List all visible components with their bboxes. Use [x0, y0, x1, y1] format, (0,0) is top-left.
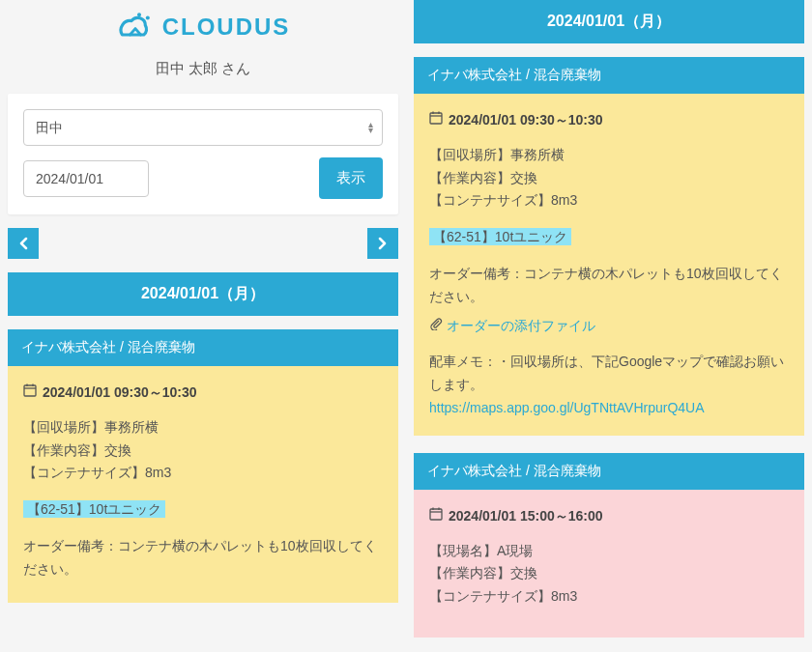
vehicle-tag: 【62-51】10tユニック — [23, 500, 165, 518]
logo-text: CLOUDUS — [162, 14, 291, 41]
job-card: イナバ株式会社 / 混合廃棄物 2024/01/01 09:30～10:30 【… — [8, 329, 398, 603]
date-header: 2024/01/01（月） — [8, 272, 398, 316]
job-title: イナバ株式会社 / 混合廃棄物 — [414, 453, 804, 490]
dispatch-memo: 配車メモ：・回収場所は、下記Googleマップで確認お願いします。 — [429, 351, 789, 397]
logo: CLOUDUS — [8, 0, 398, 54]
job-time: 2024/01/01 09:30～10:30 — [449, 109, 603, 132]
job-field-container: 【コンテナサイズ】8m3 — [429, 585, 789, 609]
paperclip-icon — [429, 315, 443, 338]
date-header: 2024/01/01（月） — [414, 0, 804, 43]
job-title: イナバ株式会社 / 混合廃棄物 — [8, 329, 398, 366]
calendar-icon — [429, 109, 443, 132]
filter-card: 田中 ▴▾ 表示 — [8, 94, 398, 214]
job-card: イナバ株式会社 / 混合廃棄物 2024/01/01 09:30～10:30 【… — [414, 57, 804, 436]
job-field-work: 【作業内容】交換 — [23, 439, 383, 463]
job-card: イナバ株式会社 / 混合廃棄物 2024/01/01 15:00～16:00 【… — [414, 453, 804, 638]
job-field-work: 【作業内容】交換 — [429, 167, 789, 190]
svg-point-0 — [137, 13, 141, 16]
job-field-work: 【作業内容】交換 — [429, 562, 789, 585]
job-field-location: 【回収場所】事務所横 — [23, 416, 383, 439]
chevron-left-icon — [18, 237, 28, 250]
job-time: 2024/01/01 15:00～16:00 — [449, 505, 603, 528]
job-title: イナバ株式会社 / 混合廃棄物 — [414, 57, 804, 94]
job-order-note: オーダー備考：コンテナ横の木パレットも10枚回収してください。 — [429, 263, 789, 309]
svg-rect-6 — [430, 113, 442, 124]
show-button[interactable]: 表示 — [319, 157, 383, 199]
next-day-button[interactable] — [367, 228, 398, 259]
job-time: 2024/01/01 09:30～10:30 — [43, 382, 197, 405]
date-input[interactable] — [23, 160, 149, 197]
order-attachment-link[interactable]: オーダーの添付ファイル — [447, 315, 595, 338]
calendar-icon — [429, 505, 443, 528]
job-field-container: 【コンテナサイズ】8m3 — [429, 189, 789, 213]
cloud-logo-icon — [116, 12, 155, 43]
username-display: 田中 太郎 さん — [8, 54, 398, 94]
prev-day-button[interactable] — [8, 228, 39, 259]
svg-point-1 — [145, 15, 149, 19]
job-order-note: オーダー備考：コンテナ横の木パレットも10枚回収してください。 — [23, 535, 383, 581]
job-field-site: 【現場名】A現場 — [429, 540, 789, 563]
svg-rect-2 — [24, 385, 36, 396]
chevron-right-icon — [378, 237, 388, 250]
job-field-location: 【回収場所】事務所横 — [429, 144, 789, 167]
map-link[interactable]: https://maps.app.goo.gl/UgTNttAVHrpurQ4U… — [429, 400, 705, 415]
vehicle-tag: 【62-51】10tユニック — [429, 228, 571, 245]
calendar-icon — [23, 382, 37, 405]
driver-select[interactable]: 田中 — [23, 109, 383, 146]
svg-rect-10 — [430, 509, 442, 520]
job-field-container: 【コンテナサイズ】8m3 — [23, 462, 383, 485]
